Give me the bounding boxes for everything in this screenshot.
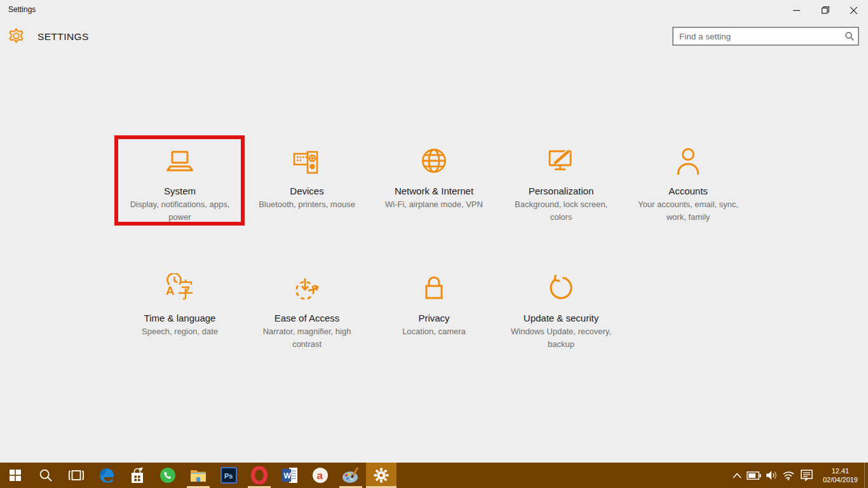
tile-subtitle: Background, lock screen, colors: [505, 198, 618, 224]
settings-gear-icon: [8, 27, 25, 44]
person-icon: [674, 145, 702, 175]
date-text: 02/04/2019: [823, 475, 858, 484]
taskbar-apps: Ps: [0, 463, 397, 488]
edge-icon: [98, 467, 115, 484]
tile-title: Devices: [290, 186, 323, 196]
restore-icon: [822, 6, 829, 14]
whatsapp-icon: [159, 467, 176, 484]
tile-title: Network & Internet: [395, 186, 473, 196]
tile-network[interactable]: Network & Internet Wi-Fi, airplane mode,…: [370, 135, 498, 262]
speaker-icon: [766, 470, 778, 480]
time-text: 12.41: [832, 466, 850, 475]
tile-ease-of-access[interactable]: Ease of Access Narrator, magnifier, high…: [243, 262, 370, 390]
tile-subtitle: Wi-Fi, airplane mode, VPN: [385, 198, 483, 211]
opera-button[interactable]: [244, 463, 275, 488]
restore-button[interactable]: [811, 0, 839, 20]
clock-language-icon: A: [165, 272, 195, 302]
tile-title: Update & security: [524, 313, 599, 323]
tile-accounts[interactable]: Accounts Your accounts, email, sync, wor…: [625, 135, 752, 262]
tile-title: Time & language: [144, 313, 216, 323]
word-button[interactable]: W: [275, 463, 305, 488]
close-icon: [850, 7, 857, 14]
category-row-1: System Display, notifications, apps, pow…: [116, 135, 752, 262]
taskbar: Ps: [0, 463, 868, 488]
taskbar-search-button[interactable]: [31, 463, 61, 488]
tile-system[interactable]: System Display, notifications, apps, pow…: [116, 135, 243, 262]
tile-subtitle: Speech, region, date: [142, 325, 218, 338]
tile-title: Privacy: [418, 313, 449, 323]
window-controls: [782, 0, 868, 20]
laptop-icon: [165, 145, 194, 175]
tile-subtitle: Narrator, magnifier, high contrast: [250, 325, 363, 351]
clock[interactable]: 12.41 02/04/2019: [817, 463, 864, 488]
refresh-arrow-icon: [546, 272, 576, 302]
paint-icon: [342, 466, 360, 484]
window-title: Settings: [8, 5, 36, 14]
search-box: [672, 27, 859, 46]
photoshop-button[interactable]: Ps: [214, 463, 244, 488]
globe-icon: [419, 145, 449, 175]
settings-home-screen: Settings: [0, 0, 868, 488]
search-icon[interactable]: [841, 32, 858, 41]
windows-logo-icon: [10, 470, 21, 481]
minimize-button[interactable]: [782, 0, 811, 20]
volume-button[interactable]: [763, 463, 780, 488]
wifi-icon: [783, 471, 795, 480]
a-logo-icon: a: [312, 467, 329, 484]
minimize-icon: [793, 7, 800, 14]
task-view-button[interactable]: [61, 463, 92, 488]
task-view-icon: [69, 470, 84, 481]
gear-icon: [373, 467, 390, 484]
edge-button[interactable]: [92, 463, 122, 488]
folder-icon: [190, 468, 207, 482]
tile-time-language[interactable]: A Time & language Speech, region, date: [116, 262, 243, 390]
store-button[interactable]: [122, 463, 153, 488]
show-desktop-button[interactable]: [864, 463, 868, 488]
svg-text:a: a: [317, 470, 323, 482]
tile-title: System: [164, 186, 196, 196]
chevron-up-icon: [733, 473, 742, 478]
tile-subtitle: Bluetooth, printers, mouse: [259, 198, 355, 211]
page-title: SETTINGS: [37, 31, 89, 43]
svg-text:A: A: [166, 284, 175, 297]
tile-title: Personalization: [529, 186, 594, 196]
photoshop-icon: Ps: [220, 467, 237, 484]
system-tray: 12.41 02/04/2019: [729, 463, 868, 488]
start-button[interactable]: [0, 463, 31, 488]
a-app-button[interactable]: a: [305, 463, 336, 488]
close-button[interactable]: [839, 0, 868, 20]
tile-title: Accounts: [668, 186, 708, 196]
tile-privacy[interactable]: Privacy Location, camera: [370, 262, 498, 390]
tile-subtitle: Display, notifications, apps, power: [123, 198, 236, 224]
search-icon: [39, 469, 52, 482]
monitor-brush-icon: [546, 145, 576, 175]
tile-subtitle: Windows Update, recovery, backup: [505, 325, 618, 351]
paint-button[interactable]: [336, 463, 366, 488]
search-input[interactable]: [674, 32, 841, 41]
action-center-button[interactable]: [797, 463, 817, 488]
tile-personalization[interactable]: Personalization Background, lock screen,…: [498, 135, 625, 262]
svg-text:W: W: [284, 471, 292, 480]
padlock-icon: [421, 272, 447, 302]
tray-chevron-button[interactable]: [729, 463, 745, 488]
action-center-icon: [801, 470, 813, 482]
dashed-clock-arrow-icon: [292, 272, 322, 302]
svg-text:Ps: Ps: [224, 472, 233, 480]
settings-taskbar-button[interactable]: [366, 463, 397, 488]
app-header: SETTINGS: [0, 25, 868, 53]
wifi-button[interactable]: [780, 463, 797, 488]
word-icon: W: [281, 467, 299, 484]
battery-icon: [747, 471, 761, 480]
battery-status-button[interactable]: [745, 463, 763, 488]
opera-icon: [251, 466, 268, 484]
category-grid: System Display, notifications, apps, pow…: [116, 135, 752, 390]
tile-subtitle: Your accounts, email, sync, work, family: [632, 198, 745, 224]
file-explorer-button[interactable]: [183, 463, 214, 488]
tile-devices[interactable]: Devices Bluetooth, printers, mouse: [243, 135, 370, 262]
tile-update-security[interactable]: Update & security Windows Update, recove…: [498, 262, 625, 390]
tile-title: Ease of Access: [275, 313, 340, 323]
whatsapp-button[interactable]: [153, 463, 183, 488]
category-row-2: A Time & language Speech, region, date: [116, 262, 752, 390]
tile-subtitle: Location, camera: [402, 325, 466, 338]
store-icon: [130, 467, 145, 484]
